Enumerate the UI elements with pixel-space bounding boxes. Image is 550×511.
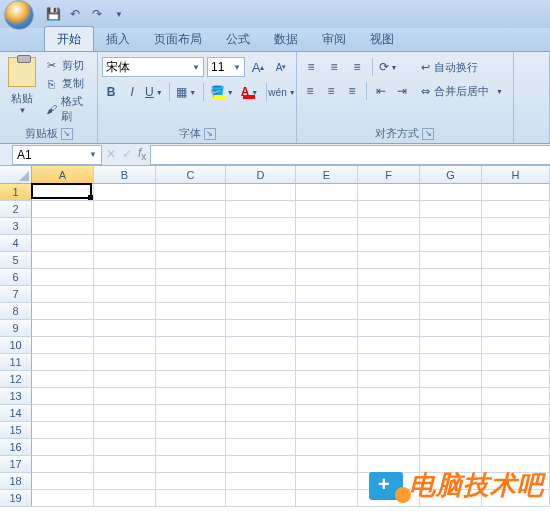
cell[interactable] bbox=[420, 439, 482, 456]
fx-icon[interactable]: fx bbox=[138, 146, 146, 162]
row-header[interactable]: 8 bbox=[0, 303, 32, 320]
row-header[interactable]: 13 bbox=[0, 388, 32, 405]
cell[interactable] bbox=[358, 201, 420, 218]
cell[interactable] bbox=[226, 456, 296, 473]
cell[interactable] bbox=[482, 286, 550, 303]
decrease-font-button[interactable]: A▾ bbox=[271, 57, 291, 77]
cell[interactable] bbox=[226, 320, 296, 337]
row-header[interactable]: 4 bbox=[0, 235, 32, 252]
row-header[interactable]: 3 bbox=[0, 218, 32, 235]
cell[interactable] bbox=[32, 456, 94, 473]
cell[interactable] bbox=[296, 269, 358, 286]
cell[interactable] bbox=[94, 320, 156, 337]
enter-icon[interactable]: ✓ bbox=[122, 147, 132, 161]
bold-button[interactable]: B bbox=[102, 82, 120, 102]
column-header[interactable]: G bbox=[420, 166, 482, 184]
cell[interactable] bbox=[420, 422, 482, 439]
column-header[interactable]: D bbox=[226, 166, 296, 184]
cell[interactable] bbox=[420, 218, 482, 235]
cell[interactable] bbox=[296, 405, 358, 422]
align-left-button[interactable]: ≡ bbox=[301, 81, 319, 101]
cell[interactable] bbox=[156, 269, 226, 286]
cell[interactable] bbox=[358, 354, 420, 371]
cell[interactable] bbox=[420, 320, 482, 337]
cell[interactable] bbox=[226, 490, 296, 507]
align-right-button[interactable]: ≡ bbox=[343, 81, 361, 101]
cell[interactable] bbox=[226, 252, 296, 269]
cell[interactable] bbox=[296, 354, 358, 371]
cell[interactable] bbox=[226, 422, 296, 439]
font-size-combo[interactable]: 11▼ bbox=[207, 57, 245, 77]
column-header[interactable]: F bbox=[358, 166, 420, 184]
cell[interactable] bbox=[296, 473, 358, 490]
cell[interactable] bbox=[226, 184, 296, 201]
cell[interactable] bbox=[482, 388, 550, 405]
cancel-icon[interactable]: ✕ bbox=[106, 147, 116, 161]
cell[interactable] bbox=[156, 473, 226, 490]
cell[interactable] bbox=[420, 235, 482, 252]
format-painter-button[interactable]: 🖌格式刷 bbox=[45, 94, 93, 124]
cell[interactable] bbox=[358, 286, 420, 303]
cell[interactable] bbox=[358, 405, 420, 422]
cell[interactable] bbox=[32, 439, 94, 456]
cell[interactable] bbox=[156, 405, 226, 422]
cell[interactable] bbox=[296, 184, 358, 201]
cell[interactable] bbox=[94, 354, 156, 371]
cell[interactable] bbox=[226, 371, 296, 388]
cell[interactable] bbox=[420, 269, 482, 286]
cell[interactable] bbox=[94, 388, 156, 405]
cell[interactable] bbox=[156, 388, 226, 405]
cell[interactable] bbox=[296, 422, 358, 439]
phonetic-button[interactable]: wén▼ bbox=[272, 82, 292, 102]
row-header[interactable]: 1 bbox=[0, 184, 32, 201]
column-header[interactable]: B bbox=[94, 166, 156, 184]
cell[interactable] bbox=[32, 337, 94, 354]
font-color-button[interactable]: A▼ bbox=[238, 82, 261, 102]
cell[interactable] bbox=[94, 235, 156, 252]
redo-icon[interactable]: ↷ bbox=[88, 5, 106, 23]
cell[interactable] bbox=[94, 286, 156, 303]
decrease-indent-button[interactable]: ⇤ bbox=[372, 81, 390, 101]
cell[interactable] bbox=[358, 422, 420, 439]
row-header[interactable]: 7 bbox=[0, 286, 32, 303]
cell[interactable] bbox=[358, 269, 420, 286]
row-header[interactable]: 2 bbox=[0, 201, 32, 218]
undo-icon[interactable]: ↶ bbox=[66, 5, 84, 23]
cell[interactable] bbox=[156, 286, 226, 303]
cell[interactable] bbox=[156, 235, 226, 252]
align-center-button[interactable]: ≡ bbox=[322, 81, 340, 101]
cell[interactable] bbox=[226, 201, 296, 218]
cell[interactable] bbox=[156, 422, 226, 439]
row-header[interactable]: 17 bbox=[0, 456, 32, 473]
cell[interactable] bbox=[32, 422, 94, 439]
column-header[interactable]: A bbox=[32, 166, 94, 184]
tab-开始[interactable]: 开始 bbox=[44, 26, 94, 51]
cell[interactable] bbox=[32, 405, 94, 422]
orientation-button[interactable]: ⟳▼ bbox=[378, 57, 398, 77]
merge-center-button[interactable]: ⇔合并后居中▼ bbox=[415, 81, 509, 101]
save-icon[interactable]: 💾 bbox=[44, 5, 62, 23]
paste-button[interactable]: 粘贴 ▼ bbox=[4, 55, 41, 125]
column-header[interactable]: C bbox=[156, 166, 226, 184]
cell[interactable] bbox=[94, 422, 156, 439]
cell[interactable] bbox=[420, 354, 482, 371]
cell[interactable] bbox=[32, 490, 94, 507]
increase-font-button[interactable]: A▴ bbox=[248, 57, 268, 77]
office-button[interactable] bbox=[4, 0, 34, 30]
cell[interactable] bbox=[226, 337, 296, 354]
cell[interactable] bbox=[226, 286, 296, 303]
dialog-launcher-icon[interactable]: ↘ bbox=[61, 128, 73, 140]
tab-审阅[interactable]: 审阅 bbox=[310, 27, 358, 51]
cell[interactable] bbox=[482, 320, 550, 337]
cell[interactable] bbox=[94, 184, 156, 201]
name-box[interactable]: A1▼ bbox=[12, 145, 102, 165]
tab-视图[interactable]: 视图 bbox=[358, 27, 406, 51]
cell[interactable] bbox=[94, 252, 156, 269]
cell[interactable] bbox=[358, 337, 420, 354]
row-header[interactable]: 9 bbox=[0, 320, 32, 337]
cell[interactable] bbox=[156, 218, 226, 235]
cell[interactable] bbox=[482, 252, 550, 269]
tab-公式[interactable]: 公式 bbox=[214, 27, 262, 51]
cell[interactable] bbox=[94, 371, 156, 388]
cell[interactable] bbox=[226, 439, 296, 456]
